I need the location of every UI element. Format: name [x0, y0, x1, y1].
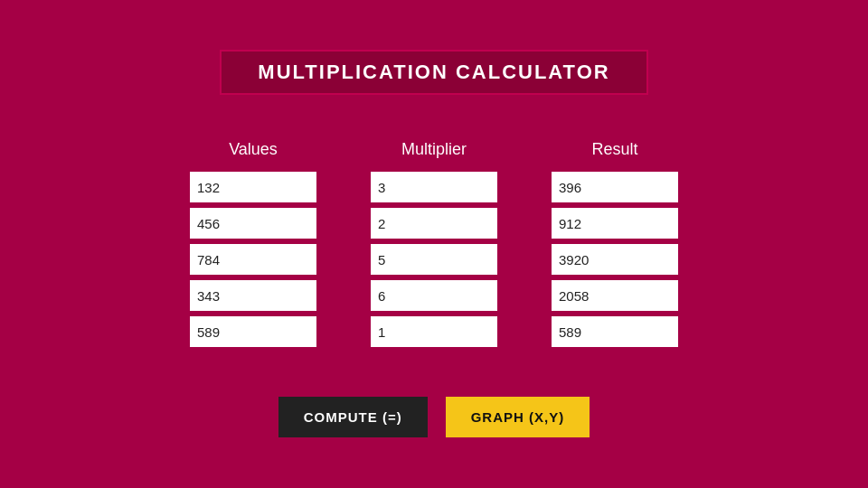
- page-title: MULTIPLICATION CALCULATOR: [258, 61, 609, 84]
- multiplier-header: Multiplier: [371, 140, 497, 159]
- result-input-4[interactable]: [552, 316, 678, 347]
- result-header: Result: [552, 140, 678, 159]
- values-field-group: [190, 172, 316, 347]
- values-input-0[interactable]: [190, 172, 316, 202]
- multiplier-column: Multiplier: [371, 140, 497, 347]
- result-input-2[interactable]: [552, 244, 678, 275]
- values-input-2[interactable]: [190, 244, 316, 275]
- graph-button[interactable]: GRAPH (X,Y): [446, 397, 590, 437]
- values-input-1[interactable]: [190, 208, 316, 239]
- multiplier-input-3[interactable]: [371, 280, 497, 311]
- title-bar: MULTIPLICATION CALCULATOR: [220, 50, 647, 95]
- main-content: Values Multiplier Result: [190, 140, 678, 347]
- result-column: Result: [552, 140, 678, 347]
- result-input-0[interactable]: [552, 172, 678, 202]
- compute-button[interactable]: COMPUTE (=): [278, 397, 428, 437]
- result-field-group: [552, 172, 678, 347]
- multiplier-input-1[interactable]: [371, 208, 497, 239]
- values-input-4[interactable]: [190, 316, 316, 347]
- values-header: Values: [190, 140, 316, 159]
- multiplier-input-4[interactable]: [371, 316, 497, 347]
- result-input-3[interactable]: [552, 280, 678, 311]
- multiplier-input-0[interactable]: [371, 172, 497, 202]
- buttons-row: COMPUTE (=) GRAPH (X,Y): [278, 397, 590, 437]
- values-input-3[interactable]: [190, 280, 316, 311]
- result-input-1[interactable]: [552, 208, 678, 239]
- multiplier-input-2[interactable]: [371, 244, 497, 275]
- multiplier-field-group: [371, 172, 497, 347]
- values-column: Values: [190, 140, 316, 347]
